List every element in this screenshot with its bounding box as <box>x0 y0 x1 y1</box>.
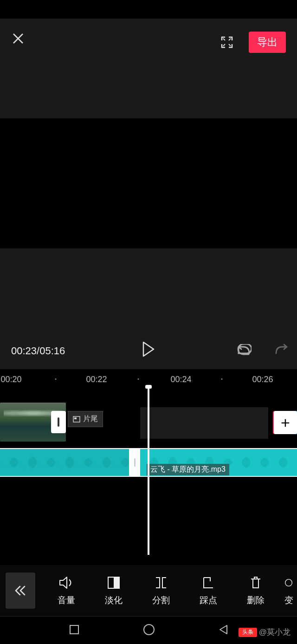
top-bar-right: 导出 <box>220 32 286 53</box>
ending-icon <box>73 416 80 423</box>
history-controls <box>236 344 290 359</box>
play-icon <box>142 341 155 357</box>
audio-filename-label: 云飞 - 草原的月亮.mp3 <box>147 464 229 475</box>
empty-track-slot <box>140 407 268 439</box>
svg-rect-0 <box>58 417 59 427</box>
nav-recent-button[interactable] <box>69 624 80 637</box>
svg-rect-2 <box>74 417 77 419</box>
split-icon <box>154 575 168 591</box>
audio-clip-handle[interactable] <box>129 448 140 477</box>
redo-button[interactable] <box>274 344 290 359</box>
beat-icon <box>202 575 215 591</box>
tool-delete[interactable]: 删除 <box>232 575 279 606</box>
export-button[interactable]: 导出 <box>249 32 286 53</box>
nav-home-button[interactable] <box>143 624 155 637</box>
svg-rect-5 <box>114 577 119 588</box>
undo-icon <box>236 344 252 357</box>
triangle-left-icon <box>218 624 228 635</box>
tool-label: 变 <box>284 594 293 606</box>
audio-waveform <box>0 449 130 476</box>
handle-icon <box>57 417 60 427</box>
square-icon <box>69 624 80 635</box>
watermark-author: @莫小龙 <box>259 627 291 637</box>
chevron-left-double-icon <box>14 585 26 596</box>
tool-label: 音量 <box>58 594 75 606</box>
svg-rect-7 <box>70 625 78 634</box>
tool-items: 音量 淡化 分割 踩点 删除 <box>43 575 297 606</box>
playhead[interactable] <box>148 388 149 555</box>
ruler-tick: 00:22 <box>86 375 107 384</box>
volume-icon <box>58 575 74 591</box>
add-clip-button[interactable]: + <box>274 411 297 434</box>
redo-icon <box>274 344 290 357</box>
top-bar: 导出 <box>0 19 297 118</box>
play-button[interactable] <box>142 341 155 359</box>
speed-icon <box>284 575 293 591</box>
ruler-dot <box>221 378 223 380</box>
status-bar <box>0 0 297 19</box>
watermark-badge: 头条 <box>239 628 257 637</box>
tool-label: 分割 <box>152 594 170 606</box>
circle-icon <box>143 624 155 636</box>
timeline-tracks[interactable]: 片尾 + 云飞 - 草原的月亮.mp3 <box>0 388 297 555</box>
close-icon <box>12 32 25 45</box>
tool-speed[interactable]: 变 <box>279 575 297 606</box>
svg-point-8 <box>144 624 154 635</box>
video-preview[interactable] <box>0 118 297 248</box>
undo-button[interactable] <box>236 344 252 359</box>
ending-label: 片尾 <box>83 414 98 424</box>
svg-point-6 <box>285 579 292 586</box>
fullscreen-button[interactable] <box>220 35 234 49</box>
ruler-tick: 00:20 <box>0 375 21 384</box>
close-button[interactable] <box>11 32 25 46</box>
ruler-tick: 00:26 <box>252 375 273 384</box>
bottom-toolbar: 音量 淡化 分割 踩点 删除 <box>0 565 297 616</box>
delete-icon <box>249 575 262 591</box>
fullscreen-icon <box>220 36 233 49</box>
clip-handle[interactable] <box>51 411 66 433</box>
player-controls: 00:23/05:16 <box>0 248 297 369</box>
tool-beat[interactable]: 踩点 <box>185 575 232 606</box>
ruler-dot <box>138 378 139 380</box>
tool-volume[interactable]: 音量 <box>43 575 90 606</box>
tool-label: 删除 <box>247 594 265 606</box>
collapse-toolbar-button[interactable] <box>6 572 35 609</box>
tool-fade[interactable]: 淡化 <box>90 575 137 606</box>
ruler-tick: 00:24 <box>170 375 191 384</box>
svg-rect-3 <box>0 449 130 476</box>
tool-label: 淡化 <box>105 594 123 606</box>
ruler-dot <box>55 378 57 380</box>
fade-icon <box>107 575 121 591</box>
timecode-label: 00:23/05:16 <box>11 345 65 357</box>
ending-tag[interactable]: 片尾 <box>68 411 103 427</box>
tool-label: 踩点 <box>200 594 217 606</box>
watermark: 头条 @莫小龙 <box>239 627 291 637</box>
plus-icon: + <box>281 414 290 432</box>
tool-split[interactable]: 分割 <box>137 575 185 606</box>
nav-back-button[interactable] <box>218 624 228 637</box>
